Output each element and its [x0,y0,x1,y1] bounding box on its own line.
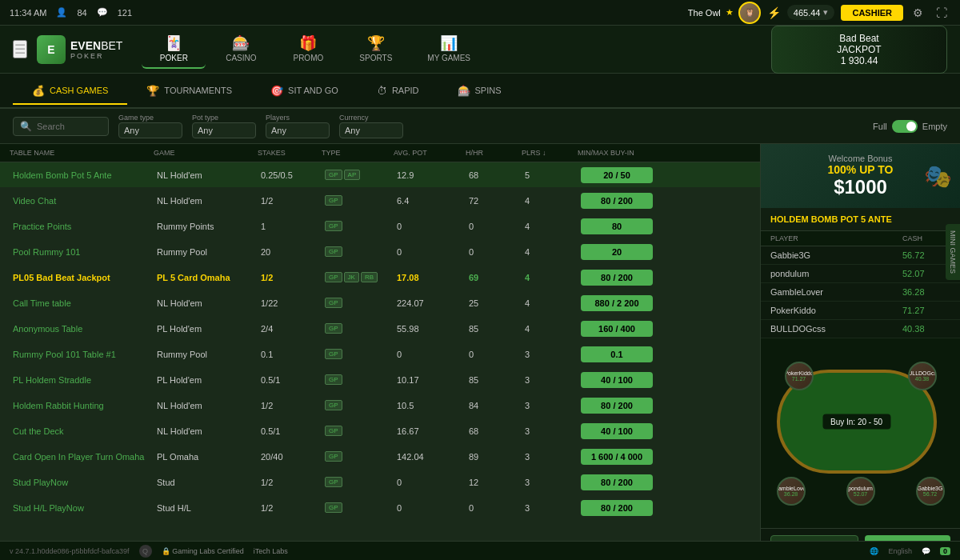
table-row[interactable]: Anonymous Table PL Hold'em 2/4 GP 55.98 … [0,316,760,342]
table-row[interactable]: Holdem Bomb Pot 5 Ante NL Hold'em 0.25/0… [0,162,760,188]
game-type-filter: Game type Any [118,114,182,138]
mygames-icon: 📊 [440,34,458,52]
logo-bet: BET [101,39,122,52]
search-input[interactable] [37,122,101,131]
tab-casino[interactable]: 🎰 CASINO [209,30,273,69]
game-tab-cash[interactable]: 💰 CASH GAMES [13,78,127,105]
table-detail-header: HOLDEM BOMB POT 5 ANTE [761,208,960,231]
table-rows-container: Holdem Bomb Pot 5 Ante NL Hold'em 0.25/0… [0,162,760,521]
play-row-button[interactable]: 80 [581,218,653,234]
logo-even: EVEN [70,39,101,52]
play-row-button[interactable]: 0.1 [581,346,653,362]
fullscreen-button[interactable]: ⛶ [933,5,950,21]
game-tab-spins[interactable]: 🎰 SPINS [438,78,521,105]
player-cash: 71.27 [902,306,950,315]
tab-mygames[interactable]: 📊 MY GAMES [411,30,486,69]
mini-games-tab[interactable]: MINI GAMES [946,224,960,280]
table-row[interactable]: Card Open In Player Turn Omaha PL Omaha … [0,444,760,470]
tournaments-label: TOURNAMENTS [164,86,232,95]
player-name: BULLDOGcss [770,324,902,334]
full-label: Full [873,122,887,131]
cash-icon: 💰 [32,85,45,97]
table-row[interactable]: PL Holdem Straddle PL Hold'em 0.5/1 GP 1… [0,367,760,393]
player-row: pondulum 52.07 [761,265,960,283]
player-row: PokerKiddo 71.27 [761,302,960,320]
tab-poker[interactable]: 🃏 POKER [142,30,206,69]
play-row-button[interactable]: 80 / 200 [581,500,653,516]
play-row-button[interactable]: 160 / 400 [581,321,653,337]
bonus-banner[interactable]: Welcome Bonus 100% UP TO $1000 🎭 [761,144,960,208]
play-row-button[interactable]: 80 / 200 [581,398,653,414]
spins-icon: 🎰 [458,85,470,97]
seat-pokerkiddo: PokerKiddo 71.27 [785,362,814,390]
play-row-button[interactable]: 80 / 200 [581,270,653,286]
player-name: GambleLover [770,287,902,297]
poker-icon: 🃏 [165,34,182,52]
bulldogcss-name: BULLDOGcss [908,370,937,376]
star-icon: ★ [726,7,734,18]
table-row[interactable]: Pool Rummy 101 Rummy Pool 20 GP 0 0 4 20 [0,239,760,265]
type-badge: GP [325,451,342,462]
player-col-header: PLAYER [770,234,902,242]
bonus-decoration: 🎭 [924,144,952,208]
casino-icon: 🎰 [232,34,250,52]
pot-type-filter: Pot type Any [192,114,256,138]
player-row: Gabbie3G 56.72 [761,246,960,265]
type-badge-jk: JK [344,272,359,282]
table-row[interactable]: Cut the Deck NL Hold'em 0.5/1 GP 16.67 6… [0,418,760,444]
pot-type-select[interactable]: Any [192,122,256,138]
query-icon[interactable]: Q [139,545,152,558]
logo-icon: E [37,35,66,64]
play-row-button[interactable]: 40 / 100 [581,423,653,439]
play-row-button[interactable]: 880 / 2 200 [581,295,653,311]
pot-type-label: Pot type [192,114,256,122]
table-row[interactable]: Video Chat NL Hold'em 1/2 GP 6.4 72 4 80… [0,188,760,214]
nav-tabs: 🃏 POKER 🎰 CASINO 🎁 PROMO 🏆 SPORTS 📊 MY G… [142,30,771,69]
right-panel: Welcome Bonus 100% UP TO $1000 🎭 HOLDEM … [760,144,960,560]
player-list: PLAYER CASH Gabbie3G 56.72 pondulum 52.0… [761,231,960,338]
cashier-button[interactable]: CASHIER [841,5,903,21]
table-row[interactable]: Stud H/L PlayNow Stud H/L 1/2 GP 0 0 3 8… [0,495,760,521]
bonus-title: Welcome Bonus [829,154,893,163]
currency-filter: Currency Any [339,114,403,138]
play-row-button[interactable]: 1 600 / 4 000 [581,449,653,465]
play-row-button[interactable]: 40 / 100 [581,372,653,388]
chat-icon[interactable]: 💬 [922,547,930,555]
player-row: GambleLover 36.28 [761,283,960,302]
table-row[interactable]: Practice Points Rummy Points 1 GP 0 0 4 … [0,214,760,239]
game-tab-sitgo[interactable]: 🎯 SIT AND GO [251,78,358,105]
players-select[interactable]: Any [266,122,330,138]
tab-sports[interactable]: 🏆 SPORTS [343,30,408,69]
play-row-button[interactable]: 20 [581,244,653,260]
play-row-button[interactable]: 80 / 200 [581,193,653,209]
player-cash: 56.72 [902,250,950,260]
players-filter: Players Any [266,114,330,138]
pondulum-val: 52.07 [854,491,868,497]
game-type-select[interactable]: Any [118,122,182,138]
tab-mygames-label: MY GAMES [427,54,470,62]
full-toggle[interactable] [892,120,918,133]
chevron-icon[interactable]: ▾ [823,7,828,18]
play-row-button[interactable]: 20 / 50 [581,167,653,183]
type-badge: GP [325,272,342,282]
users-icon: 👤 [56,7,67,18]
settings-button[interactable]: ⚙ [910,5,926,21]
language-text[interactable]: English [888,547,912,555]
seat-bulldogcss: BULLDOGcss 40.38 [908,362,937,390]
table-row[interactable]: Holdem Rabbit Hunting NL Hold'em 1/2 GP … [0,393,760,418]
jackpot-amount: 1 930.44 [841,55,878,66]
player-name: pondulum [770,269,902,278]
table-row[interactable]: Rummy Pool 101 Table #1 Rummy Pool 0.1 G… [0,342,760,367]
play-row-button[interactable]: 80 / 200 [581,474,653,490]
table-row[interactable]: PL05 Bad Beat Jackpot PL 5 Card Omaha 1/… [0,265,760,290]
type-badge-rb: RB [361,272,378,282]
tab-promo[interactable]: 🎁 PROMO [276,30,340,69]
type-badge: GP [325,221,342,231]
menu-toggle[interactable]: ☰ [13,40,27,58]
search-box[interactable]: 🔍 [13,117,109,136]
game-tab-rapid[interactable]: ⏱ RAPID [358,78,438,105]
game-tab-tournaments[interactable]: 🏆 TOURNAMENTS [127,78,251,105]
table-row[interactable]: Call Time table NL Hold'em 1/22 GP 224.0… [0,290,760,316]
table-row[interactable]: Stud PlayNow Stud 1/2 GP 0 12 3 80 / 200 [0,470,760,495]
currency-select[interactable]: Any [339,122,403,138]
